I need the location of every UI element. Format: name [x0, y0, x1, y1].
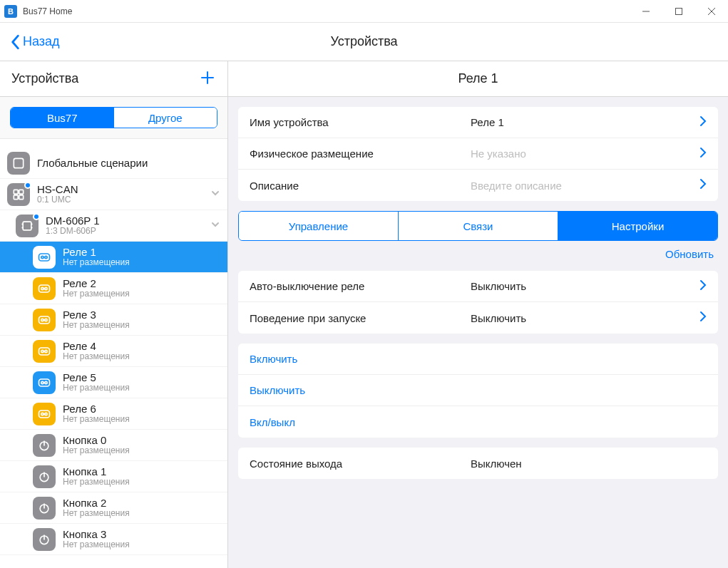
- sidebar-item-dm606p[interactable]: DM-606P 1 1:3 DM-606P: [0, 210, 227, 242]
- window-titlebar: B Bus77 Home: [0, 0, 728, 23]
- tree-label: Кнопка 1: [63, 465, 130, 477]
- relay-icon: [33, 246, 56, 269]
- row-value: Выключить: [471, 312, 694, 324]
- row-auto-off[interactable]: Авто-выключение реле Выключить: [238, 271, 718, 302]
- row-value: Реле 1: [471, 116, 694, 128]
- tree-label: HS-CAN: [37, 183, 78, 195]
- row-placement[interactable]: Физическое размещение Не указано: [238, 138, 718, 170]
- minimize-button[interactable]: [630, 0, 662, 23]
- tree-sublabel: 0:1 UMC: [37, 195, 78, 205]
- content: Устройства Bus77 Другое Глобальные сцена…: [0, 61, 728, 568]
- svg-rect-1: [676, 8, 682, 14]
- settings-group: Авто-выключение реле Выключить Поведение…: [238, 271, 718, 334]
- power-icon: [33, 434, 56, 457]
- device-tree: Глобальные сценарии HS-CAN 0:1 UMC: [0, 148, 227, 568]
- refresh-button[interactable]: Обновить: [665, 248, 714, 260]
- svg-rect-10: [19, 195, 24, 199]
- chevron-right-icon: [699, 147, 707, 161]
- tree-sublabel: Нет размещения: [63, 477, 130, 487]
- row-description[interactable]: Описание Введите описание: [238, 170, 718, 201]
- sidebar-item-button-2[interactable]: Кнопка 2Нет размещения: [0, 492, 227, 524]
- app-icon: B: [4, 5, 17, 18]
- back-button[interactable]: Назад: [10, 34, 60, 50]
- svg-point-32: [41, 413, 43, 415]
- tree-label: Кнопка 0: [63, 434, 130, 446]
- sidebar-item-hscan[interactable]: HS-CAN 0:1 UMC: [0, 179, 227, 210]
- relay-icon: [33, 277, 56, 300]
- tree-sublabel: Нет размещения: [63, 509, 130, 519]
- row-value: Выключен: [471, 458, 707, 470]
- sidebar-item-relay-5[interactable]: Реле 5Нет размещения: [0, 367, 227, 398]
- segment-bus77[interactable]: Bus77: [11, 108, 114, 128]
- status-dot: [33, 213, 40, 220]
- sidebar-item-relay-1[interactable]: Реле 1 Нет размещения: [0, 242, 227, 273]
- tree-sublabel: 1:3 DM-606P: [46, 227, 100, 237]
- row-label: Состояние выхода: [250, 458, 471, 470]
- svg-point-24: [45, 319, 47, 321]
- svg-point-26: [41, 350, 43, 352]
- relay-icon: [33, 340, 56, 363]
- tree-label: Реле 5: [63, 371, 130, 383]
- back-label: Назад: [23, 34, 60, 49]
- row-label: Имя устройства: [250, 116, 471, 128]
- scenario-icon: [7, 152, 30, 175]
- chevron-right-icon: [699, 311, 707, 325]
- chevron-right-icon: [699, 115, 707, 130]
- tree-sublabel: Нет размещения: [63, 383, 130, 393]
- detail-tabs: Управление Связи Настройки: [238, 211, 718, 241]
- tree-label: DM-606P 1: [46, 215, 100, 227]
- tree-sublabel: Нет размещения: [63, 352, 130, 362]
- row-value: Не указано: [471, 148, 694, 160]
- tab-links[interactable]: Связи: [399, 212, 558, 240]
- action-on[interactable]: Включить: [238, 344, 718, 375]
- sidebar-item-button-1[interactable]: Кнопка 1Нет размещения: [0, 461, 227, 492]
- sidebar-item-relay-6[interactable]: Реле 6Нет размещения: [0, 398, 227, 430]
- sidebar-item-global-scenarios[interactable]: Глобальные сценарии: [0, 148, 227, 179]
- svg-point-23: [41, 319, 43, 321]
- tree-label: Реле 4: [63, 340, 130, 352]
- sidebar-item-relay-4[interactable]: Реле 4Нет размещения: [0, 336, 227, 367]
- sidebar: Устройства Bus77 Другое Глобальные сцена…: [0, 61, 228, 568]
- page-title: Устройства: [330, 34, 397, 49]
- detail-title: Реле 1: [228, 61, 728, 97]
- tree-label: Реле 3: [63, 309, 130, 321]
- svg-rect-9: [14, 195, 18, 199]
- sidebar-header: Устройства: [0, 61, 227, 97]
- relay-icon: [33, 309, 56, 331]
- svg-rect-8: [19, 190, 24, 194]
- row-device-name[interactable]: Имя устройства Реле 1: [238, 107, 718, 138]
- svg-rect-7: [14, 190, 18, 194]
- row-output-state: Состояние выхода Выключен: [238, 448, 718, 479]
- sidebar-item-button-3[interactable]: Кнопка 3Нет размещения: [0, 524, 227, 555]
- tree-label: Глобальные сценарии: [37, 157, 148, 169]
- row-value: Введите описание: [471, 180, 694, 192]
- row-label: Поведение при запуске: [250, 312, 471, 324]
- sidebar-item-relay-3[interactable]: Реле 3Нет размещения: [0, 304, 227, 336]
- svg-point-29: [41, 381, 43, 383]
- row-label: Физическое размещение: [250, 148, 471, 160]
- window-title: Bus77 Home: [23, 6, 72, 16]
- tree-sublabel: Нет размещения: [63, 289, 130, 299]
- row-startup-behavior[interactable]: Поведение при запуске Выключить: [238, 302, 718, 334]
- maximize-button[interactable]: [662, 0, 695, 23]
- svg-point-30: [45, 381, 47, 383]
- row-value: Выключить: [471, 280, 694, 292]
- tree-label: Реле 2: [63, 277, 130, 289]
- tab-control[interactable]: Управление: [239, 212, 399, 240]
- add-device-button[interactable]: [199, 69, 216, 89]
- action-off[interactable]: Выключить: [238, 375, 718, 406]
- tab-settings[interactable]: Настройки: [558, 212, 717, 240]
- module-icon: [16, 215, 39, 237]
- tree-sublabel: Нет размещения: [63, 446, 130, 456]
- segment-other[interactable]: Другое: [114, 108, 217, 128]
- close-button[interactable]: [695, 0, 728, 23]
- sidebar-item-relay-2[interactable]: Реле 2Нет размещения: [0, 273, 227, 304]
- chevron-down-icon: [210, 188, 220, 201]
- svg-point-21: [45, 287, 47, 289]
- relay-icon: [33, 403, 56, 425]
- sidebar-segment: Bus77 Другое: [10, 107, 217, 128]
- action-toggle[interactable]: Вкл/выкл: [238, 406, 718, 438]
- bus-icon: [7, 183, 30, 206]
- svg-point-20: [41, 287, 43, 289]
- sidebar-item-button-0[interactable]: Кнопка 0Нет размещения: [0, 430, 227, 461]
